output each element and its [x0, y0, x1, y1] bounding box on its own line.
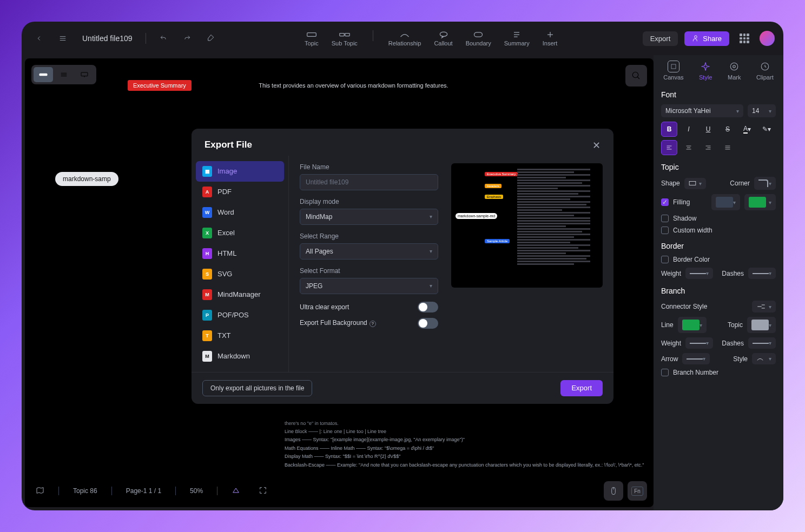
format-excel[interactable]: XExcel	[196, 223, 284, 243]
format-markdown[interactable]: MMarkdown	[196, 346, 284, 367]
close-icon[interactable]: ✕	[592, 139, 601, 151]
select-format-label: Select Format	[300, 267, 438, 275]
export-full-bg-toggle[interactable]	[418, 318, 438, 329]
format-list: ▦Image APDF WWord XExcel HHTML SSVG MMin…	[192, 156, 289, 372]
dialog-export-button[interactable]: Export	[560, 380, 603, 396]
format-html[interactable]: HHTML	[196, 243, 284, 264]
export-full-bg-label: Export Full Background?	[300, 319, 376, 327]
display-mode-label: Display mode	[300, 198, 438, 205]
ultra-clear-toggle[interactable]	[418, 302, 438, 312]
format-pdf[interactable]: APDF	[196, 182, 284, 202]
format-mindmanager[interactable]: MMindManager	[196, 284, 284, 305]
select-format-select[interactable]: JPEG▾	[300, 278, 438, 294]
file-name-input[interactable]: Untitled file109	[300, 174, 438, 190]
format-pofpos[interactable]: PPOF/POS	[196, 305, 284, 325]
format-svg[interactable]: SSVG	[196, 264, 284, 284]
form-area: File Name Untitled file109 Display mode …	[289, 156, 613, 372]
file-name-label: File Name	[300, 163, 438, 171]
dialog-footer: Only export all pictures in the file Exp…	[192, 372, 613, 404]
app-window: Untitled file109 Topic Sub Topic Relatio…	[22, 22, 783, 510]
help-icon[interactable]: ?	[369, 321, 376, 327]
only-pictures-button[interactable]: Only export all pictures in the file	[202, 380, 312, 396]
select-range-label: Select Range	[300, 232, 438, 240]
export-preview: Executive Summary Headers Emphasis Sampl…	[451, 163, 603, 288]
display-mode-select[interactable]: MindMap▾	[300, 209, 438, 225]
format-txt[interactable]: TTXT	[196, 325, 284, 346]
select-range-select[interactable]: All Pages▾	[300, 243, 438, 260]
dialog-overlay: Export File ✕ ▦Image APDF WWord XExcel H…	[22, 22, 783, 510]
format-image[interactable]: ▦Image	[196, 161, 284, 182]
format-word[interactable]: WWord	[196, 202, 284, 223]
export-dialog: Export File ✕ ▦Image APDF WWord XExcel H…	[192, 129, 613, 404]
ultra-clear-label: Ultra clear export	[300, 303, 349, 311]
dialog-title: Export File	[204, 139, 252, 151]
